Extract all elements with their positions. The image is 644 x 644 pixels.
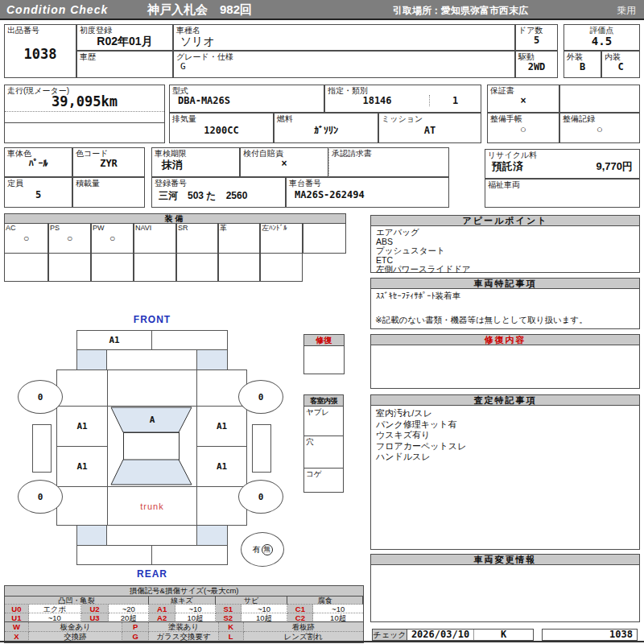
chassis-number-label: 車台番号 xyxy=(287,178,448,188)
equipment-empty-cell xyxy=(260,253,303,282)
diagram-front-label: FRONT xyxy=(107,314,197,325)
maintenance-book-cell: 整備手帳 ○ xyxy=(487,113,559,143)
repair-marks-legend-table: W 板金あり P 塗装あり K 看板跡 X 交換跡 G ガラス交換要す L レン… xyxy=(4,621,364,643)
recycle-fee-cell: リサイクル料 預託済 9,770円 xyxy=(485,149,640,179)
exterior-grade-label: 外装 xyxy=(564,52,601,61)
doors-label: ドア数 xyxy=(516,25,557,35)
vehicle-changes-section: 車両変更情報 xyxy=(370,554,640,622)
rear-corner-right xyxy=(196,525,228,546)
notes-disclaimer: ※記載のない書類・機器等は無しとして取り扱います。 xyxy=(375,315,588,326)
lot-number-cell: 出品番号 1038 xyxy=(4,24,76,78)
rear-bumper-left xyxy=(76,545,152,565)
spare-tire-indicator: 有 無 xyxy=(241,532,284,567)
spare-none-label: 無 xyxy=(262,544,273,555)
score-value: 4.5 xyxy=(564,35,639,47)
doors-cell: ドア数 5 xyxy=(515,24,558,51)
front-bumper-left: A1 xyxy=(76,330,152,350)
check-label: チェック xyxy=(373,630,407,640)
model-name-cell: 車種名 ソリオ xyxy=(173,24,515,51)
legend-size: ~10 xyxy=(175,605,216,613)
legend-group-scratch: 線キズ xyxy=(149,597,216,605)
model-name-label: 車種名 xyxy=(174,25,514,35)
assessment-notes-header: 査定特記事項 xyxy=(371,395,639,406)
registration-number-cell: 登録番号 三河 503 た 2560 xyxy=(151,177,286,208)
interior-grade-label: 内装 xyxy=(602,52,639,61)
history-cell: 車歴 xyxy=(76,51,173,78)
left-rear-door: A1 xyxy=(56,446,108,487)
capacity-value: 5 xyxy=(5,189,72,200)
score-cell: 評価点 4.5 xyxy=(564,24,640,51)
vehicle-notes-section: 車両特記事項 ｽｽﾞｷｾｰﾌﾃｨｻﾎﾟｰﾄ装着車 ※記載のない書類・機器等は無し… xyxy=(370,278,640,329)
interior-grade-value: C xyxy=(602,61,639,72)
roof-panel xyxy=(123,432,180,460)
body-color-label: 車体色 xyxy=(5,148,72,158)
legend-code: U2 xyxy=(81,605,109,613)
front-bumper-right xyxy=(151,330,228,350)
equipment-cell-pw: PW ○ xyxy=(91,223,134,254)
inspection-label: 車検期限 xyxy=(152,148,239,158)
displacement-value: 1200CC xyxy=(170,125,273,136)
maintenance-book-label: 整備手帳 xyxy=(488,114,559,123)
mileage-value: 39,095km xyxy=(5,93,164,109)
maintenance-record-cell: 整備記録 ○ xyxy=(559,113,640,143)
lot-number-value: 1038 xyxy=(5,46,76,62)
class-number: 18146 xyxy=(325,95,430,106)
welfare-vehicle-cell: 福祉車両 xyxy=(485,179,640,208)
warranty-extra-cell xyxy=(559,85,640,113)
front-panel-center xyxy=(106,349,197,370)
lot-number-label: 出品番号 xyxy=(5,25,76,35)
legend-group-corrosion: 腐食 xyxy=(287,597,363,605)
legend-mark-desc: 塗装あり xyxy=(149,622,219,632)
capacity-label: 定員 xyxy=(5,178,72,188)
equipment-value-ps: ○ xyxy=(49,233,90,244)
equipment-label-leather: 革 xyxy=(219,224,259,233)
fuel-value: ｶﾞｿﾘﾝ xyxy=(275,125,378,136)
vehicle-note-item: ｽｽﾞｷｾｰﾌﾃｨｻﾎﾟｰﾄ装着車 xyxy=(376,291,634,300)
chassis-number-cell: 車台番号 MA26S-262494 xyxy=(286,177,449,208)
approval-request-label: 承認請求書 xyxy=(329,148,448,158)
registration-number-value: 三河 503 た 2560 xyxy=(152,189,285,203)
title-bar: Condition Check 神戸入札会 982回 引取場所：愛知県弥富市西末… xyxy=(0,0,644,20)
equipment-label-sr: SR xyxy=(177,224,217,233)
maintenance-record-value: ○ xyxy=(560,123,639,135)
appeal-item: プッシュスタート xyxy=(376,246,634,256)
legend-mark-desc: 板金あり xyxy=(29,622,122,632)
vehicle-category: 乗用 xyxy=(617,4,636,18)
right-rear-door-mark: A1 xyxy=(197,447,246,486)
transmission-value: AT xyxy=(379,125,481,136)
drive-value: 2WD xyxy=(516,61,557,72)
trunk-left-panel xyxy=(56,486,108,526)
trunk-panel: trunk xyxy=(107,486,197,526)
interior-trim-row-hole: 穴 xyxy=(304,436,343,469)
displacement-label: 排気量 xyxy=(170,114,273,123)
first-registration-value: R02年01月 xyxy=(77,35,172,49)
equipment-value-pw: ○ xyxy=(92,233,133,244)
maintenance-book-value: ○ xyxy=(488,123,559,135)
mileage-cell: 走行(現メーター) 39,095km xyxy=(4,85,165,143)
check-lot-number: 1038 xyxy=(542,629,638,641)
fuel-label: 燃料 xyxy=(275,114,378,123)
equipment-cell-extra xyxy=(303,223,346,254)
approval-request-cell: 承認請求書 xyxy=(328,147,449,177)
recycle-fee-value: 9,770円 xyxy=(596,159,633,174)
check-row: チェック 2026/03/10 K xyxy=(372,629,534,641)
trunk-label: trunk xyxy=(108,487,196,525)
equipment-label-navi: NAVI xyxy=(134,224,175,233)
equipment-empty-cell xyxy=(48,253,91,282)
transmission-label: ミッション xyxy=(379,114,481,123)
appeal-points-header: アピールポイント xyxy=(371,216,639,226)
damage-legend-title: 損傷記号&損傷サイズ(~最大cm) xyxy=(5,586,363,597)
legend-mark-code: P xyxy=(122,622,149,632)
warranty-cell: 保証書 × xyxy=(487,85,559,113)
front-right-tire: 0 xyxy=(238,380,283,414)
legend-mark-code: K xyxy=(219,622,244,632)
class-cell: 指定・類別 18146 1 xyxy=(324,85,481,113)
registration-number-label: 登録番号 xyxy=(152,178,285,188)
body-color-cell: 車体色 ﾊﾟｰﾙ xyxy=(4,147,72,177)
warranty-label: 保証書 xyxy=(488,85,559,95)
assessment-item: パンク修理キット有 xyxy=(376,419,634,431)
legend-mark-code: W xyxy=(5,622,29,632)
recycle-status-value: 預託済 xyxy=(492,159,596,174)
interior-trim-row-tear: ヤブレ xyxy=(304,407,343,436)
legend-group-dent: 凸凹・亀裂 xyxy=(5,597,149,605)
